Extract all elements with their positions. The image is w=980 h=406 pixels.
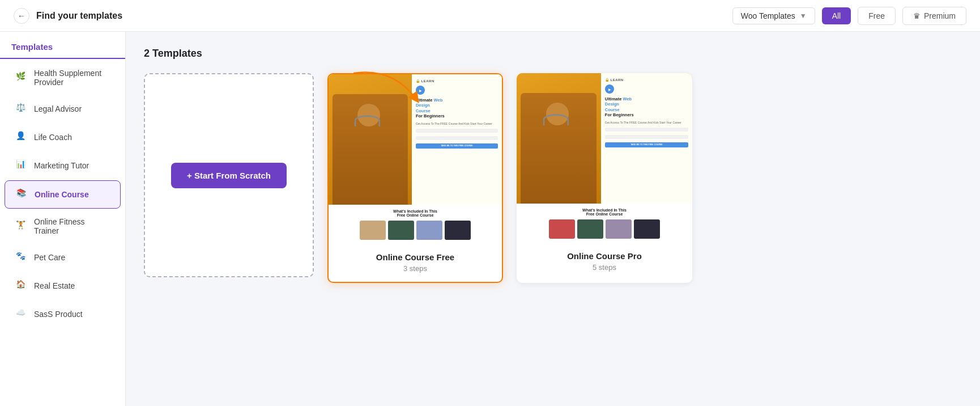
sidebar-item-label: Real Estate [34, 281, 75, 290]
preview-logo-free: 🔒 LEARN [416, 79, 498, 83]
sidebar-item-real-estate[interactable]: 🏠 Real Estate [5, 272, 121, 299]
template-name-free: Online Course Free [338, 252, 493, 262]
crown-icon: ♛ [913, 11, 921, 20]
templates-count: 2 Templates [144, 48, 962, 60]
preview-bottom-title-free: What's Included In ThisFree Online Cours… [334, 209, 496, 217]
template-name-pro: Online Course Pro [526, 251, 683, 261]
template-preview-free: 🔒 LEARN ▶ Ultimate WebDesignCourseFor Be… [329, 74, 502, 205]
sidebar-item-label: Pet Care [34, 253, 65, 262]
sidebar-item-saas-product[interactable]: ☁️ SasS Product [5, 301, 121, 328]
sidebar-item-label: Health Supplement Provider [34, 69, 109, 87]
template-card-online-course-pro[interactable]: 🔒 LEARN ▶ Ultimate WebDesignCourseFor Be… [517, 73, 692, 283]
content-area: 2 Templates + Start From Scratch [126, 32, 980, 406]
thumb3-free [416, 221, 442, 240]
thumb1-free [360, 221, 386, 240]
preview-bottom-free: What's Included In ThisFree Online Cours… [329, 205, 502, 244]
legal-advisor-icon: ⚖️ [16, 103, 28, 115]
header: ← Find your templates Woo Templates ▼ Al… [0, 0, 980, 32]
filter-free-button[interactable]: Free [858, 7, 896, 25]
sidebar-item-online-course[interactable]: 📚 Online Course [5, 180, 121, 209]
header-right: Woo Templates ▼ All Free ♛ Premium [732, 7, 966, 25]
preview-desc-free: Get Access To The FREE Course And Kick S… [416, 122, 498, 126]
preview-cta-free: TAKE ME TO THIS FREE COURSE [416, 143, 498, 149]
marketing-tutor-icon: 📊 [16, 159, 28, 172]
preview-input1-pro [605, 128, 688, 132]
thumb2-free [388, 221, 414, 240]
preview-play-pro: ▶ [605, 84, 614, 94]
preview-input2-pro [605, 135, 688, 139]
preview-input2-free [416, 136, 498, 140]
sidebar-item-label: Online Fitness Trainer [34, 217, 109, 235]
sidebar-item-label: Marketing Tutor [34, 161, 89, 170]
saas-product-icon: ☁️ [16, 308, 28, 320]
health-supplement-icon: 🌿 [16, 71, 28, 84]
sidebar-item-label: Legal Advisor [34, 104, 82, 113]
sidebar-item-health-supplement[interactable]: 🌿 Health Supplement Provider [5, 61, 121, 94]
template-steps-free: 3 steps [338, 264, 493, 273]
preview-cta-pro: TAKE ME TO THIS FREE COURSE [605, 142, 688, 147]
life-coach-icon: 👤 [16, 131, 28, 143]
start-from-scratch-card[interactable]: + Start From Scratch [144, 73, 314, 277]
thumb1-pro [549, 219, 575, 239]
premium-label: Premium [924, 11, 956, 20]
sidebar: Templates 🌿 Health Supplement Provider ⚖… [0, 32, 126, 406]
filter-all-button[interactable]: All [822, 7, 851, 24]
online-fitness-icon: 🏋️ [16, 220, 28, 232]
template-preview-pro: 🔒 LEARN ▶ Ultimate WebDesignCourseFor Be… [517, 73, 692, 204]
header-left: ← Find your templates [14, 8, 122, 24]
template-info-pro: Online Course Pro 5 steps [517, 243, 692, 281]
sidebar-item-life-coach[interactable]: 👤 Life Coach [5, 124, 121, 151]
preview-play-free: ▶ [416, 86, 425, 95]
template-grid: + Start From Scratch [144, 73, 692, 283]
page-title: Find your templates [36, 11, 122, 21]
chevron-down-icon: ▼ [800, 12, 807, 20]
sidebar-item-pet-care[interactable]: 🐾 Pet Care [5, 244, 121, 271]
preview-desc-pro: Get Access To The FREE Course And Kick S… [605, 121, 688, 125]
sidebar-item-label: SasS Product [34, 310, 83, 319]
preview-title-pro: Ultimate WebDesignCourseFor Beginners [605, 96, 688, 118]
preview-logo-pro: 🔒 LEARN [605, 78, 688, 82]
preview-bottom-title-pro: What's Included In ThisFree Online Cours… [522, 208, 687, 216]
sidebar-item-label: Online Course [35, 190, 89, 199]
back-button[interactable]: ← [14, 8, 29, 24]
thumb4-free [445, 221, 471, 240]
woo-templates-label: Woo Templates [741, 11, 795, 20]
template-steps-pro: 5 steps [526, 263, 683, 272]
online-course-icon: 📚 [16, 188, 29, 201]
template-info-free: Online Course Free 3 steps [329, 244, 502, 282]
start-from-scratch-button[interactable]: + Start From Scratch [171, 163, 287, 188]
preview-bottom-pro: What's Included In ThisFree Online Cours… [517, 204, 692, 243]
template-card-online-course-free[interactable]: 🔒 LEARN ▶ Ultimate WebDesignCourseFor Be… [327, 73, 503, 283]
preview-title-free: Ultimate WebDesignCourseFor Beginners [416, 98, 498, 119]
real-estate-icon: 🏠 [16, 280, 28, 292]
woo-templates-select[interactable]: Woo Templates ▼ [732, 7, 815, 24]
sidebar-item-online-fitness[interactable]: 🏋️ Online Fitness Trainer [5, 210, 121, 243]
preview-input1-free [416, 129, 498, 133]
filter-premium-button[interactable]: ♛ Premium [902, 7, 966, 25]
thumb3-pro [606, 219, 632, 239]
pet-care-icon: 🐾 [16, 251, 28, 264]
thumb4-pro [634, 219, 660, 239]
sidebar-header: Templates [0, 32, 125, 59]
sidebar-title: Templates [11, 42, 53, 52]
sidebar-item-label: Life Coach [34, 133, 72, 142]
main-layout: Templates 🌿 Health Supplement Provider ⚖… [0, 32, 980, 406]
sidebar-item-legal-advisor[interactable]: ⚖️ Legal Advisor [5, 95, 121, 122]
thumb2-pro [577, 219, 603, 239]
sidebar-item-marketing-tutor[interactable]: 📊 Marketing Tutor [5, 152, 121, 179]
